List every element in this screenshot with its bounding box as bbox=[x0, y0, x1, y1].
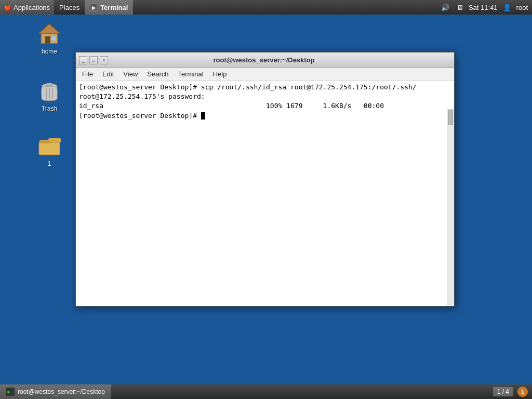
terminal-cursor bbox=[201, 112, 205, 119]
notification-badge[interactable]: 1 bbox=[517, 387, 528, 397]
top-panel: 🍎 Applications Places ▶ Terminal 🔊 🖥 Sat… bbox=[0, 0, 532, 15]
menu-search[interactable]: Search bbox=[143, 69, 172, 79]
terminal-scrollbar[interactable] bbox=[447, 109, 454, 306]
window-controls: _ □ × bbox=[79, 56, 108, 64]
svg-rect-3 bbox=[51, 36, 56, 41]
folder-icon bbox=[37, 134, 62, 159]
bottom-panel: ▶_ root@westos_server:~/Desktop 1 / 4 1 bbox=[0, 384, 532, 399]
home-icon bbox=[37, 22, 62, 47]
username: root bbox=[516, 4, 528, 11]
datetime: Sat 11:41 bbox=[469, 4, 498, 11]
svg-rect-1 bbox=[45, 36, 50, 44]
taskbar-terminal-icon: ▶_ bbox=[6, 388, 15, 396]
terminal-title: root@westos_server:~/Desktop bbox=[108, 56, 420, 64]
svg-rect-10 bbox=[39, 141, 50, 143]
trash-icon-label: Trash bbox=[42, 105, 57, 112]
desktop-icon-home[interactable]: home bbox=[29, 22, 70, 55]
sound-icon[interactable]: 🔊 bbox=[439, 4, 451, 11]
display-icon[interactable]: 🖥 bbox=[455, 4, 466, 11]
minimize-button[interactable]: _ bbox=[79, 56, 87, 64]
terminal-output: [root@westos_server Desktop]# scp /root/… bbox=[79, 83, 451, 121]
active-window-indicator[interactable]: ▶ Terminal bbox=[85, 0, 133, 15]
applications-menu[interactable]: 🍎 Applications bbox=[0, 0, 54, 15]
svg-rect-9 bbox=[39, 142, 60, 155]
trash-icon bbox=[37, 79, 62, 104]
terminal-titlebar: _ □ × root@westos_server:~/Desktop bbox=[76, 52, 454, 68]
svg-marker-2 bbox=[39, 24, 60, 33]
terminal-menubar: File Edit View Search Terminal Help bbox=[76, 68, 454, 81]
places-menu[interactable]: Places bbox=[54, 0, 85, 15]
home-icon-label: home bbox=[42, 48, 57, 55]
close-button[interactable]: × bbox=[100, 56, 108, 64]
menu-help[interactable]: Help bbox=[209, 69, 231, 79]
workspace-indicator[interactable]: 1 / 4 bbox=[493, 387, 513, 396]
menu-file[interactable]: File bbox=[78, 69, 97, 79]
menu-terminal[interactable]: Terminal bbox=[174, 69, 208, 79]
terminal-window: _ □ × root@westos_server:~/Desktop File … bbox=[75, 52, 455, 307]
folder-icon-label: 1 bbox=[48, 160, 51, 167]
active-window-label: Terminal bbox=[100, 4, 128, 11]
terminal-taskbar-icon: ▶ bbox=[90, 4, 97, 11]
taskbar-app-label: root@westos_server:~/Desktop bbox=[18, 388, 105, 395]
menu-view[interactable]: View bbox=[119, 69, 142, 79]
svg-rect-8 bbox=[46, 83, 52, 86]
desktop-icon-trash[interactable]: Trash bbox=[29, 79, 70, 112]
terminal-body[interactable]: [root@westos_server Desktop]# scp /root/… bbox=[76, 81, 454, 306]
taskbar-app-button[interactable]: ▶_ root@westos_server:~/Desktop bbox=[0, 384, 111, 399]
desktop-icon-folder1[interactable]: 1 bbox=[29, 134, 70, 167]
user-icon[interactable]: 👤 bbox=[501, 4, 513, 11]
menu-edit[interactable]: Edit bbox=[98, 69, 118, 79]
maximize-button[interactable]: □ bbox=[89, 56, 98, 64]
